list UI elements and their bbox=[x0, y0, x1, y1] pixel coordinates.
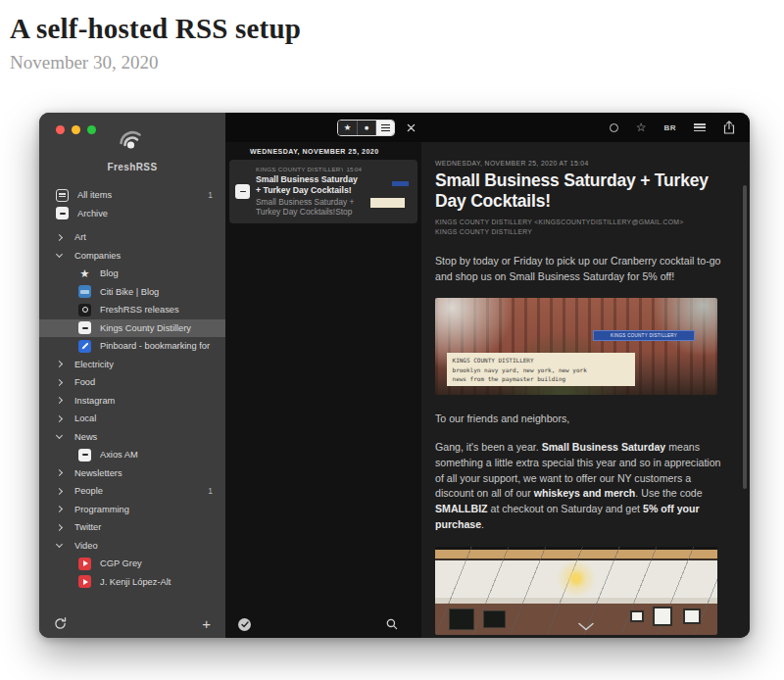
article-list-item[interactable]: KINGS COUNTY DISTILLERY 15:04 Small Busi… bbox=[229, 160, 417, 223]
star-article-button[interactable]: ☆ bbox=[636, 121, 647, 133]
caption-line: news from the paymaster building bbox=[453, 374, 630, 383]
zoom-traffic-light[interactable] bbox=[87, 125, 96, 134]
minimize-traffic-light[interactable] bbox=[72, 125, 80, 134]
window-controls bbox=[56, 125, 96, 134]
refresh-button[interactable] bbox=[54, 617, 67, 630]
sidebar-bottom-bar: + bbox=[39, 608, 225, 638]
sidebar-category-news[interactable]: News bbox=[39, 428, 225, 447]
sidebar-feed-blog[interactable]: ★ Blog bbox=[39, 265, 225, 283]
feed-list-icon bbox=[56, 189, 69, 202]
sidebar-category-food[interactable]: Food bbox=[39, 373, 225, 392]
content-columns: WEDNESDAY, NOVEMBER 25, 2020 KINGS COUNT… bbox=[225, 142, 750, 638]
mark-all-read-button[interactable] bbox=[238, 618, 251, 631]
sidebar-category-local[interactable]: Local bbox=[39, 410, 225, 428]
item-time: 15:04 bbox=[347, 166, 362, 172]
scrollbar-thumb[interactable] bbox=[743, 185, 747, 489]
close-filter-button[interactable] bbox=[407, 123, 416, 132]
sidebar-category-companies[interactable]: Companies bbox=[39, 247, 225, 266]
sidebar-category-label: Newsletters bbox=[74, 468, 213, 478]
sidebar-category-electricity[interactable]: Electricity bbox=[39, 356, 225, 374]
sidebar-category-newsletters[interactable]: Newsletters bbox=[39, 464, 225, 483]
add-subscription-button[interactable]: + bbox=[202, 616, 211, 631]
sidebar-category-label: Electricity bbox=[74, 360, 213, 369]
feed-favicon bbox=[78, 321, 91, 334]
list-bottom-bar bbox=[225, 610, 421, 638]
article-title: Small Business Saturday + Turkey Day Coc… bbox=[435, 170, 735, 213]
article-list-column: WEDNESDAY, NOVEMBER 25, 2020 KINGS COUNT… bbox=[225, 142, 421, 638]
reader-view-button[interactable]: BR bbox=[663, 123, 676, 132]
sidebar-feed-kenji-lopez-alt[interactable]: J. Kenji López-Alt bbox=[39, 573, 225, 592]
sidebar-feed-pinboard[interactable]: Pinboard - bookmarking for introverts bbox=[39, 337, 225, 356]
sidebar-category-video[interactable]: Video bbox=[39, 537, 225, 556]
sidebar-category-label: Food bbox=[74, 377, 213, 387]
chevron-right-icon bbox=[56, 506, 63, 512]
chevron-right-icon bbox=[56, 379, 63, 386]
next-article-chevron-button[interactable] bbox=[577, 622, 595, 631]
text-segment-bold: SMALLBIZ bbox=[435, 503, 488, 514]
all-filter-button[interactable] bbox=[375, 121, 394, 135]
sidebar-feed-kings-county-distillery[interactable]: Kings County Distillery bbox=[39, 319, 225, 338]
top-toolbar: ★ ● ☆ BR bbox=[225, 113, 750, 142]
starred-filter-button[interactable]: ★ bbox=[338, 121, 357, 135]
sidebar-feed-cgp-grey[interactable]: CGP Grey bbox=[39, 555, 225, 573]
chevron-right-icon bbox=[56, 488, 63, 495]
sidebar-item-all-items[interactable]: All items 1 bbox=[39, 186, 225, 205]
filter-controls: ★ ● bbox=[225, 120, 421, 136]
list-date-header: WEDNESDAY, NOVEMBER 25, 2020 bbox=[225, 142, 421, 160]
page-title: A self-hosted RSS setup bbox=[10, 13, 774, 45]
share-button[interactable] bbox=[723, 121, 735, 134]
feed-favicon bbox=[235, 184, 250, 199]
list-lines-icon bbox=[381, 124, 390, 131]
item-preview: Small Business Saturday + Turkey Day Coc… bbox=[256, 197, 362, 218]
sidebar-feed-label: CGP Grey bbox=[100, 559, 213, 568]
chevron-down-icon bbox=[56, 541, 63, 548]
item-feed-name: KINGS COUNTY DISTILLERY bbox=[256, 166, 343, 172]
text-segment-bold: whiskeys and merch bbox=[534, 487, 636, 499]
close-traffic-light[interactable] bbox=[56, 125, 65, 134]
caption-line: brooklyn navy yard, new york, new york bbox=[453, 365, 630, 374]
sidebar-category-art[interactable]: Art bbox=[39, 228, 225, 247]
app-name: FreshRSS bbox=[108, 162, 158, 172]
sidebar-category-label: Programming bbox=[74, 505, 213, 514]
sidebar-category-programming[interactable]: Programming bbox=[39, 501, 225, 519]
chevron-down-icon bbox=[56, 251, 63, 258]
sidebar-category-people[interactable]: People 1 bbox=[39, 482, 225, 501]
article-feed-name: KINGS COUNTY DISTILLERY bbox=[435, 227, 735, 237]
sidebar-feed-label: J. Kenji López-Alt bbox=[100, 577, 213, 587]
text-options-button[interactable] bbox=[694, 123, 706, 131]
chevron-right-icon bbox=[56, 234, 63, 241]
sidebar-feed-freshrss-releases[interactable]: FreshRSS releases bbox=[39, 301, 225, 319]
unread-filter-button[interactable]: ● bbox=[357, 121, 375, 135]
building-sign: KINGS COUNTY DISTILLERY bbox=[593, 330, 695, 342]
text-segment: Gang, it's been a year. bbox=[435, 441, 542, 453]
sidebar-category-label: News bbox=[74, 432, 213, 442]
chevron-right-icon bbox=[56, 415, 63, 422]
search-icon[interactable] bbox=[386, 618, 398, 630]
sidebar: FreshRSS All items 1 Archive Art bbox=[39, 113, 225, 638]
freshrss-window: FreshRSS All items 1 Archive Art bbox=[39, 113, 750, 638]
sidebar-category-label: Companies bbox=[74, 251, 213, 261]
article-toolbar: ☆ BR bbox=[421, 121, 750, 134]
article-paragraph: Gang, it's been a year. Small Business S… bbox=[435, 440, 727, 533]
mark-unread-button[interactable] bbox=[610, 123, 618, 132]
sidebar-category-instagram[interactable]: Instagram bbox=[39, 392, 225, 411]
text-segment: . Use the code bbox=[635, 487, 702, 499]
caption-line: KINGS COUNTY DISTILLERY bbox=[453, 356, 630, 364]
sidebar-feed-axios-am[interactable]: Axios AM bbox=[39, 446, 225, 464]
sidebar-category-label: Video bbox=[74, 541, 213, 551]
chevron-right-icon bbox=[56, 469, 63, 476]
sidebar-feed-citi-bike[interactable]: Citi Bike | Blog bbox=[39, 283, 225, 302]
sidebar-item-archive[interactable]: Archive bbox=[39, 205, 225, 223]
sidebar-feed-label: FreshRSS releases bbox=[100, 305, 213, 315]
chevron-right-icon bbox=[56, 397, 63, 404]
chevron-down-icon bbox=[56, 432, 63, 439]
chevron-right-icon bbox=[56, 524, 63, 531]
feed-favicon bbox=[78, 449, 91, 461]
sidebar-category-label: Local bbox=[74, 413, 213, 423]
text-segment: . bbox=[481, 518, 484, 530]
distillery-building-image[interactable]: KINGS COUNTY DISTILLERY KINGS COUNTY DIS… bbox=[435, 298, 717, 395]
sidebar-category-twitter[interactable]: Twitter bbox=[39, 518, 225, 537]
image-caption: KINGS COUNTY DISTILLERY brooklyn navy ya… bbox=[447, 353, 636, 386]
sidebar-feed-label: Axios AM bbox=[100, 450, 213, 460]
sidebar-nav: All items 1 Archive Art Companies ★ bbox=[39, 186, 225, 591]
